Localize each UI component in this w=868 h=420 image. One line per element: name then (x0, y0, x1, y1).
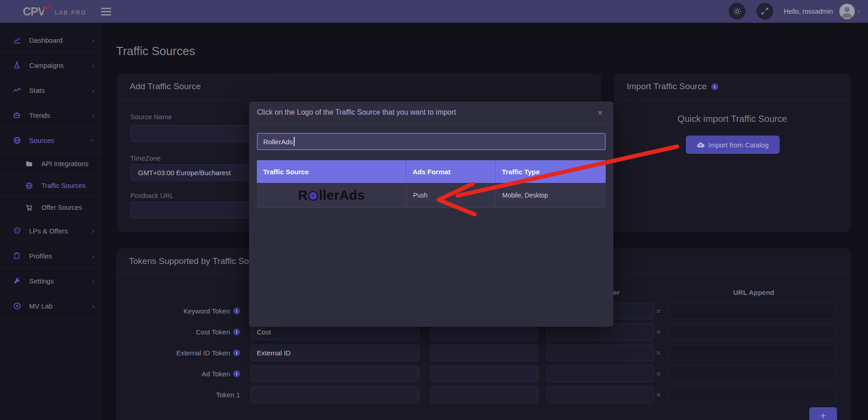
token1-placeholder-input[interactable] (546, 386, 654, 403)
chevron-right-icon: › (92, 36, 94, 44)
sidebar-item-label: Trends (29, 111, 50, 119)
chevron-right-icon: › (92, 302, 94, 310)
sidebar-item-profiles[interactable]: Profiles › (0, 243, 102, 268)
ad-url-append-input[interactable] (668, 365, 837, 382)
disc-icon (13, 302, 21, 310)
import-traffic-source-panel: Import Traffic Source i Quick import Tra… (614, 74, 851, 232)
token1-param-input[interactable] (430, 386, 538, 403)
page-title: Traffic Sources (116, 44, 195, 58)
info-icon[interactable]: i (711, 83, 718, 90)
info-icon[interactable]: i (233, 308, 240, 314)
url-append-column-header: URL Append (704, 288, 804, 296)
ad-placeholder-input[interactable] (546, 365, 654, 382)
import-from-catalog-label: Import from Catalog (708, 141, 769, 149)
ad-token-label: Ad Tokeni (116, 365, 240, 382)
modal-title: Click on the Logo of the Traffic Source … (257, 108, 456, 116)
theme-toggle-button[interactable] (729, 3, 745, 20)
external-id-token-label: External ID Tokeni (116, 344, 240, 361)
rollerads-logo-cell[interactable]: RllerAds (257, 183, 406, 207)
sidebar: Dashboard › Campaigns › Stats › Trends ›… (0, 23, 102, 420)
traffic-type-cell: Mobile, Desktop (495, 183, 606, 207)
sidebar-item-api-integrations[interactable]: API Integrations (0, 153, 102, 175)
equals-sign: = (655, 365, 662, 382)
column-header-traffic-source: Traffic Source (257, 160, 406, 183)
postback-url-label: Postback URL (130, 192, 174, 199)
rollerads-logo[interactable]: RllerAds (298, 188, 365, 203)
token-row-external-id: External ID Tokeni = (116, 344, 851, 361)
sidebar-item-campaigns[interactable]: Campaigns › (0, 53, 102, 78)
add-token-row-button[interactable]: + (809, 407, 837, 420)
ad-param-input[interactable] (430, 365, 538, 382)
sidebar-item-traffic-sources[interactable]: Traffic Sources (0, 175, 102, 197)
token1-url-append-input[interactable] (668, 386, 837, 403)
wrench-icon (13, 277, 21, 285)
token1-input[interactable] (250, 386, 419, 403)
external-id-param-input[interactable] (430, 344, 538, 361)
equals-sign: = (655, 344, 662, 361)
equals-sign: = (655, 303, 662, 319)
import-catalog-modal: Click on the Logo of the Traffic Source … (249, 101, 613, 327)
menu-toggle-icon[interactable] (101, 8, 111, 17)
chevron-right-icon: › (92, 111, 94, 119)
cloud-upload-icon (697, 142, 705, 148)
keyword-url-append-input[interactable] (668, 303, 837, 319)
user-greeting: Hello, rossadmin (784, 0, 833, 23)
sidebar-item-sources[interactable]: Sources › (0, 128, 102, 153)
sidebar-item-label: Dashboard (29, 36, 62, 44)
chevron-right-icon: › (92, 252, 94, 260)
app-logo[interactable]: CPV LAB PRO (23, 0, 87, 23)
external-id-token-label-text: External ID Token (176, 349, 230, 357)
cost-token-label: Cost Tokeni (116, 324, 240, 340)
token-row-ad: Ad Tokeni = (116, 365, 851, 382)
external-id-placeholder-input[interactable] (546, 344, 654, 361)
logo-arrow-icon (42, 3, 54, 12)
ad-token-input[interactable] (250, 365, 419, 382)
external-id-token-input[interactable] (250, 344, 419, 361)
sidebar-item-label: Sources (29, 137, 54, 144)
sidebar-item-label: LPs & Offers (29, 227, 68, 235)
sidebar-item-mv-lab[interactable]: MV Lab › (0, 293, 102, 319)
chevron-down-icon: › (89, 139, 97, 142)
equals-sign: = (655, 386, 662, 403)
globe-icon (13, 136, 21, 144)
sidebar-item-settings[interactable]: Settings › (0, 268, 102, 293)
rollerads-logo-suffix: llerAds (319, 188, 364, 203)
pulse-icon (13, 86, 21, 94)
sidebar-item-offer-sources[interactable]: Offer Sources (0, 197, 102, 218)
topbar: CPV LAB PRO Hello, rossadmin › (0, 0, 868, 23)
sidebar-item-trends[interactable]: Trends › (0, 103, 102, 128)
text-cursor (294, 137, 295, 146)
timezone-label: TimeZone (130, 154, 161, 162)
chevron-right-icon: › (92, 277, 94, 285)
external-id-url-append-input[interactable] (668, 344, 837, 361)
table-header-row: Traffic Source Ads Format Traffic Type (257, 160, 606, 183)
quick-import-text: Quick import Traffic Source (614, 114, 851, 124)
sidebar-item-dashboard[interactable]: Dashboard › (0, 28, 102, 53)
ads-format-cell: Push (406, 183, 495, 207)
add-panel-title: Add Traffic Source (117, 74, 601, 100)
column-header-ads-format: Ads Format (406, 160, 495, 183)
sidebar-item-label: Stats (29, 86, 45, 94)
close-icon[interactable]: × (595, 107, 605, 119)
cart-icon (25, 203, 33, 212)
traffic-source-search-input[interactable] (257, 133, 606, 150)
info-icon[interactable]: i (233, 329, 240, 335)
sidebar-item-label: Traffic Sources (41, 182, 86, 189)
info-icon[interactable]: i (233, 349, 240, 356)
fullscreen-button[interactable] (756, 3, 773, 20)
equals-sign: = (655, 324, 662, 340)
table-row-rollerads[interactable]: RllerAds Push Mobile, Desktop (257, 183, 606, 208)
ad-token-label-text: Ad Token (202, 370, 230, 378)
chevron-right-icon: › (92, 61, 94, 69)
sidebar-item-lps-offers[interactable]: LPs & Offers › (0, 218, 102, 243)
sidebar-item-label: API Integrations (41, 160, 88, 167)
sidebar-item-label: Profiles (29, 252, 52, 260)
column-header-traffic-type: Traffic Type (495, 160, 606, 183)
info-icon[interactable]: i (233, 370, 240, 377)
cost-url-append-input[interactable] (668, 324, 837, 340)
sidebar-item-stats[interactable]: Stats › (0, 78, 102, 103)
import-from-catalog-button[interactable]: Import from Catalog (686, 136, 780, 154)
keyword-token-label: Keyword Tokeni (116, 303, 240, 319)
chevron-down-icon[interactable]: › (858, 0, 860, 23)
logo-cpv-text: CPV (23, 5, 45, 18)
